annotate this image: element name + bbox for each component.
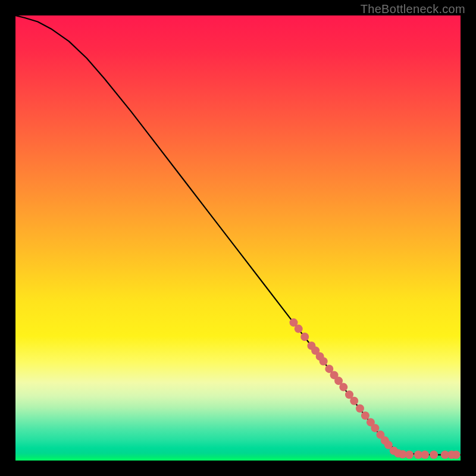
data-dot: [430, 450, 438, 459]
chart-stage: TheBottleneck.com: [0, 0, 476, 476]
plot-area: [15, 15, 461, 461]
data-dot: [350, 397, 358, 405]
data-dot: [405, 450, 414, 459]
data-dot: [300, 333, 309, 341]
chart-svg: [15, 15, 461, 461]
data-dot: [356, 404, 364, 412]
main-curve-line: [15, 15, 461, 455]
data-dot: [295, 325, 303, 333]
data-dot: [320, 357, 328, 365]
data-dot: [371, 424, 379, 432]
data-dot: [452, 450, 461, 459]
data-dots-group: [290, 318, 461, 459]
data-dot: [361, 411, 369, 419]
watermark-text: TheBottleneck.com: [361, 2, 465, 16]
data-dot: [421, 450, 429, 459]
data-dot: [339, 383, 347, 392]
